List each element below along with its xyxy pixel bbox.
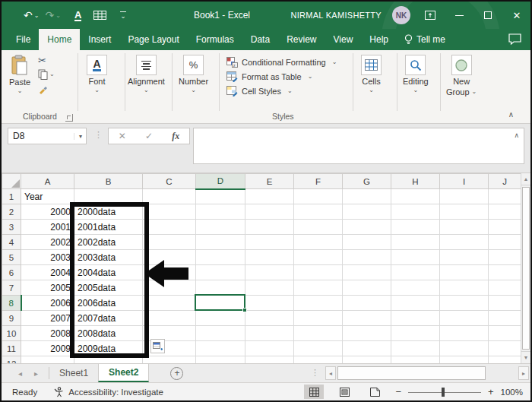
cell-E8[interactable] xyxy=(245,296,294,311)
column-header-E[interactable]: E xyxy=(245,174,294,189)
cell-D12[interactable] xyxy=(196,356,245,364)
number-group-button[interactable]: % Number ⌄ xyxy=(179,55,208,93)
cell-J2[interactable] xyxy=(489,204,521,220)
row-header-2[interactable]: 2 xyxy=(2,204,21,220)
horizontal-scroll-thumb[interactable] xyxy=(337,366,486,380)
user-name[interactable]: NIRMAL KAMISHETTY xyxy=(290,11,382,20)
cell-J5[interactable] xyxy=(489,250,521,265)
zoom-slider[interactable] xyxy=(408,388,481,397)
cell-D2[interactable] xyxy=(196,204,245,220)
cell-A7[interactable]: 2005 xyxy=(21,280,74,296)
tab-help[interactable]: Help xyxy=(361,29,397,50)
underline-button[interactable]: A xyxy=(72,10,84,21)
cell-J7[interactable] xyxy=(489,280,521,296)
cell-I1[interactable] xyxy=(440,189,489,204)
horizontal-scroll-track[interactable] xyxy=(336,366,518,380)
close-button[interactable]: ✕ xyxy=(508,10,526,21)
cell-G10[interactable] xyxy=(343,326,391,341)
normal-view-button[interactable] xyxy=(304,385,324,399)
cell-E9[interactable] xyxy=(245,311,294,326)
cell-J3[interactable] xyxy=(489,220,521,235)
cell-D1[interactable] xyxy=(196,189,245,204)
cell-A8[interactable]: 2006 xyxy=(21,296,74,311)
clipboard-dialog-launcher[interactable] xyxy=(65,114,73,122)
cell-F4[interactable] xyxy=(294,235,343,250)
zoom-out-button[interactable]: − xyxy=(395,386,401,397)
cell-D9[interactable] xyxy=(196,311,245,326)
cell-E3[interactable] xyxy=(245,220,294,235)
cell-G9[interactable] xyxy=(343,311,391,326)
cell-F5[interactable] xyxy=(294,250,343,265)
cell-F7[interactable] xyxy=(294,280,343,296)
cell-H8[interactable] xyxy=(391,296,440,311)
cell-I12[interactable] xyxy=(440,356,489,364)
cell-H4[interactable] xyxy=(391,235,440,250)
cell-H11[interactable] xyxy=(391,341,440,356)
tab-data[interactable]: Data xyxy=(242,29,278,50)
vertical-scrollbar[interactable]: ▲ ▼ xyxy=(521,173,530,363)
cells-group-button[interactable]: Cells ⌄ xyxy=(361,55,382,93)
tab-formulas[interactable]: Formulas xyxy=(188,29,242,50)
cell-F6[interactable] xyxy=(294,265,343,280)
cell-F12[interactable] xyxy=(294,356,343,364)
column-header-G[interactable]: G xyxy=(343,174,391,189)
cell-E7[interactable] xyxy=(245,280,294,296)
cell-styles-button[interactable]: Cell Styles ⌄ xyxy=(226,85,293,97)
cell-J10[interactable] xyxy=(489,326,521,341)
cell-G6[interactable] xyxy=(343,265,391,280)
cell-H1[interactable] xyxy=(391,189,440,204)
row-header-10[interactable]: 10 xyxy=(2,326,21,341)
collapse-ribbon-button[interactable]: ∧ xyxy=(508,110,514,119)
cell-C2[interactable] xyxy=(143,204,196,220)
cell-I2[interactable] xyxy=(440,204,489,220)
scroll-left-icon[interactable]: ◂ xyxy=(325,366,336,380)
cell-D7[interactable] xyxy=(196,280,245,296)
cell-G8[interactable] xyxy=(343,296,391,311)
row-header-7[interactable]: 7 xyxy=(2,280,21,296)
cell-F9[interactable] xyxy=(294,311,343,326)
cell-J1[interactable] xyxy=(489,189,521,204)
cell-I7[interactable] xyxy=(440,280,489,296)
cell-A3[interactable]: 2001 xyxy=(21,220,74,235)
horizontal-scrollbar[interactable]: ◂ ▸ xyxy=(325,366,529,380)
cell-A5[interactable]: 2003 xyxy=(21,250,74,265)
scroll-up-icon[interactable]: ▲ xyxy=(521,173,530,185)
select-all-corner[interactable] xyxy=(2,174,21,189)
cell-D5[interactable] xyxy=(196,250,245,265)
name-box[interactable]: D8 ▾ xyxy=(8,128,87,144)
column-header-I[interactable]: I xyxy=(440,174,489,189)
tab-home[interactable]: Home xyxy=(39,29,80,50)
cell-I3[interactable] xyxy=(440,220,489,235)
avatar[interactable]: NK xyxy=(392,6,410,24)
cell-E1[interactable] xyxy=(245,189,294,204)
cell-A12[interactable] xyxy=(21,356,74,364)
column-header-C[interactable]: C xyxy=(143,174,196,189)
cell-E10[interactable] xyxy=(245,326,294,341)
format-as-table-button[interactable]: Format as Table ⌄ xyxy=(226,71,312,83)
next-sheet-icon[interactable]: ▸ xyxy=(34,369,38,378)
cell-F8[interactable] xyxy=(294,296,343,311)
column-header-F[interactable]: F xyxy=(294,174,343,189)
cell-C12[interactable] xyxy=(143,356,196,364)
cell-A6[interactable]: 2004 xyxy=(21,265,74,280)
font-group-button[interactable]: A Font ⌄ xyxy=(87,55,107,93)
tab-view[interactable]: View xyxy=(325,29,362,50)
cancel-button[interactable]: ✕ xyxy=(119,131,126,141)
cell-I8[interactable] xyxy=(440,296,489,311)
editing-group-button[interactable]: Editing ⌄ xyxy=(403,55,429,93)
feedback-button[interactable] xyxy=(508,33,521,48)
ribbon-display-options-button[interactable] xyxy=(421,11,439,20)
cell-G11[interactable] xyxy=(343,341,391,356)
row-header-3[interactable]: 3 xyxy=(2,220,21,235)
tab-file[interactable]: File xyxy=(8,29,39,50)
insert-function-button[interactable]: fx xyxy=(172,131,179,142)
cell-E4[interactable] xyxy=(245,235,294,250)
page-break-preview-button[interactable] xyxy=(365,385,385,399)
cell-I11[interactable] xyxy=(440,341,489,356)
cell-A4[interactable]: 2002 xyxy=(21,235,74,250)
conditional-formatting-button[interactable]: z Conditional Formatting ⌄ xyxy=(226,56,337,68)
cell-G2[interactable] xyxy=(343,204,391,220)
fill-handle[interactable] xyxy=(242,308,247,312)
row-header-1[interactable]: 1 xyxy=(2,189,21,204)
cell-F11[interactable] xyxy=(294,341,343,356)
